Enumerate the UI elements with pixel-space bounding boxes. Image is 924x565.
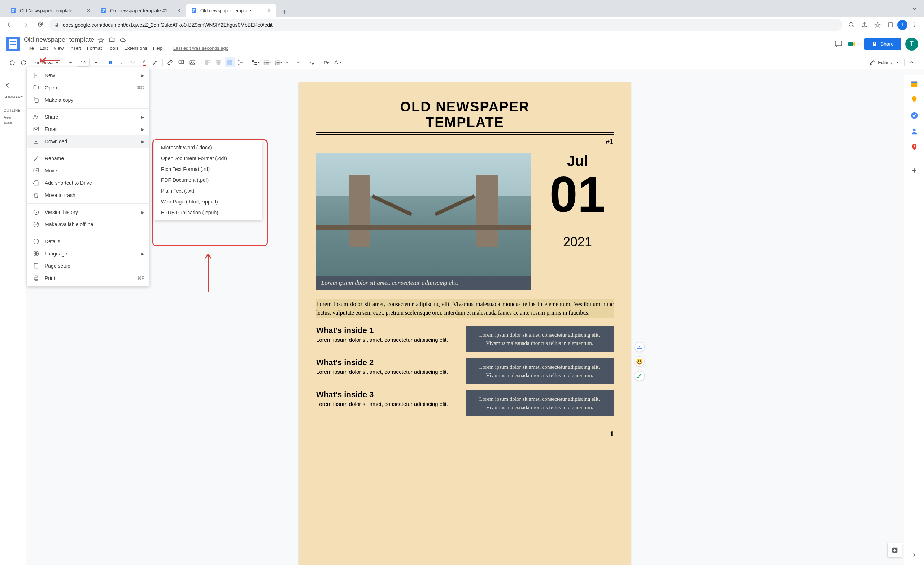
comment-history-icon[interactable] <box>834 40 843 48</box>
extensions-icon[interactable] <box>884 19 897 31</box>
contacts-icon[interactable] <box>910 127 919 136</box>
menu-file[interactable]: File <box>24 44 36 52</box>
bookmark-icon[interactable] <box>871 19 884 31</box>
file-menu-share[interactable]: Share▶ <box>27 111 149 123</box>
new-tab-button[interactable]: + <box>279 6 290 17</box>
line-spacing-button[interactable] <box>236 57 246 67</box>
last-edit-link[interactable]: Last edit was seconds ago <box>173 45 228 51</box>
browser-menu-icon[interactable] <box>908 19 920 31</box>
numbered-list-button[interactable]: 123▾ <box>273 57 283 67</box>
hide-sidepanel-button[interactable] <box>910 551 919 559</box>
file-menu-make-a-copy[interactable]: Make a copy <box>27 94 149 106</box>
menu-format[interactable]: Format <box>84 44 104 52</box>
outline-back-icon[interactable] <box>4 81 12 90</box>
browser-tab[interactable]: Old newspaper template #1 - G × <box>96 4 186 17</box>
editing-mode-button[interactable]: Editing ▾ <box>866 58 902 67</box>
highlight-button[interactable] <box>150 57 160 67</box>
forward-button[interactable] <box>19 19 31 31</box>
decrease-font-button[interactable]: − <box>65 57 75 67</box>
tab-close-icon[interactable]: × <box>266 7 272 13</box>
browser-avatar[interactable]: T <box>897 20 908 30</box>
move-folder-icon[interactable] <box>109 37 115 43</box>
user-avatar[interactable]: T <box>905 37 918 51</box>
clear-formatting-button[interactable]: T <box>306 57 316 67</box>
insert-comment-button[interactable] <box>176 57 186 67</box>
download-format-option[interactable]: PDF Document (.pdf) <box>154 175 262 186</box>
emoji-reaction-button[interactable]: 😀 <box>634 357 645 367</box>
download-format-option[interactable]: Rich Text Format (.rtf) <box>154 164 262 175</box>
align-left-button[interactable] <box>202 57 212 67</box>
menu-edit[interactable]: Edit <box>37 44 50 52</box>
maps-icon[interactable] <box>910 143 919 151</box>
paragraph-styles-button[interactable]: P▾ <box>321 57 332 67</box>
input-tools-button[interactable]: ▾ <box>332 57 342 67</box>
share-outline-icon[interactable] <box>858 19 871 31</box>
file-menu-version-history[interactable]: Version history▶ <box>27 206 149 218</box>
file-menu-language[interactable]: Language▶ <box>27 247 149 260</box>
calendar-icon[interactable] <box>910 79 919 88</box>
menu-help[interactable]: Help <box>150 44 165 52</box>
add-comment-button[interactable] <box>634 342 645 352</box>
download-format-option[interactable]: EPUB Publication (.epub) <box>154 207 262 218</box>
back-button[interactable] <box>4 19 16 31</box>
cloud-status-icon[interactable] <box>120 37 126 43</box>
download-format-option[interactable]: Web Page (.html, zipped) <box>154 196 262 207</box>
file-menu-download[interactable]: Download▶ <box>27 135 149 148</box>
star-icon[interactable] <box>98 37 104 43</box>
menu-extensions[interactable]: Extensions <box>122 44 150 52</box>
tab-close-icon[interactable]: × <box>86 7 92 13</box>
text-color-button[interactable]: A <box>139 57 149 67</box>
bulleted-list-button[interactable]: ▾ <box>262 57 272 67</box>
keep-icon[interactable] <box>910 95 919 104</box>
file-menu-add-shortcut-to-drive[interactable]: Add shortcut to Drive <box>27 177 149 189</box>
increase-indent-button[interactable] <box>295 57 305 67</box>
get-addons-button[interactable] <box>910 166 919 175</box>
insert-link-button[interactable] <box>165 57 175 67</box>
tab-close-icon[interactable]: × <box>176 7 182 13</box>
ruler[interactable] <box>26 69 924 75</box>
insert-image-button[interactable] <box>188 57 197 67</box>
share-button[interactable]: Share <box>864 38 901 50</box>
file-menu-make-available-offline[interactable]: Make available offline <box>27 218 149 231</box>
explore-button[interactable] <box>887 543 902 558</box>
redo-button[interactable] <box>18 57 28 67</box>
file-menu-rename[interactable]: Rename <box>27 152 149 165</box>
download-format-option[interactable]: OpenDocument Format (.odt) <box>154 153 262 164</box>
download-format-option[interactable]: Microsoft Word (.docx) <box>154 142 262 153</box>
italic-button[interactable]: I <box>117 57 127 67</box>
tab-overflow-icon[interactable] <box>911 5 918 12</box>
file-menu-page-setup[interactable]: Page setup <box>27 260 149 272</box>
font-select[interactable]: es New...▾ <box>33 59 61 66</box>
suggest-edit-button[interactable] <box>634 371 645 381</box>
font-size-input[interactable]: 14 <box>76 58 90 67</box>
zoom-icon[interactable] <box>845 19 858 31</box>
increase-font-button[interactable]: + <box>91 57 101 67</box>
tasks-icon[interactable] <box>910 111 919 120</box>
file-menu-move[interactable]: Move <box>27 165 149 177</box>
underline-button[interactable]: U <box>128 57 138 67</box>
file-menu-email[interactable]: Email▶ <box>27 123 149 135</box>
align-center-button[interactable] <box>213 57 224 67</box>
document-title[interactable]: Old newspaper template <box>24 36 94 43</box>
bold-button[interactable]: B <box>105 57 116 67</box>
reload-button[interactable] <box>34 19 46 31</box>
menu-tools[interactable]: Tools <box>105 44 121 52</box>
meet-icon[interactable] <box>847 40 860 48</box>
file-menu-open[interactable]: Open⌘O <box>27 81 149 94</box>
browser-tab[interactable]: Old Newspaper Template – Fre × <box>5 4 96 17</box>
download-format-option[interactable]: Plain Text (.txt) <box>154 186 262 196</box>
file-menu-move-to-trash[interactable]: Move to trash <box>27 189 149 201</box>
file-menu-print[interactable]: Print⌘P <box>27 272 149 284</box>
docs-logo[interactable] <box>6 37 20 51</box>
menu-view[interactable]: View <box>51 44 66 52</box>
checklist-button[interactable]: ▾ <box>250 57 261 67</box>
file-menu-new[interactable]: New▶ <box>27 69 149 81</box>
decrease-indent-button[interactable] <box>284 57 294 67</box>
align-justify-button[interactable] <box>225 57 235 67</box>
menu-insert[interactable]: Insert <box>67 44 84 52</box>
address-bar[interactable]: docs.google.com/document/d/1qwezZ_25mGuk… <box>49 19 842 31</box>
browser-tab-active[interactable]: Old newspaper template - Goo × <box>186 4 276 17</box>
file-menu-details[interactable]: Details <box>27 235 149 247</box>
collapse-toolbar-button[interactable] <box>907 57 917 67</box>
undo-button[interactable] <box>7 57 17 67</box>
